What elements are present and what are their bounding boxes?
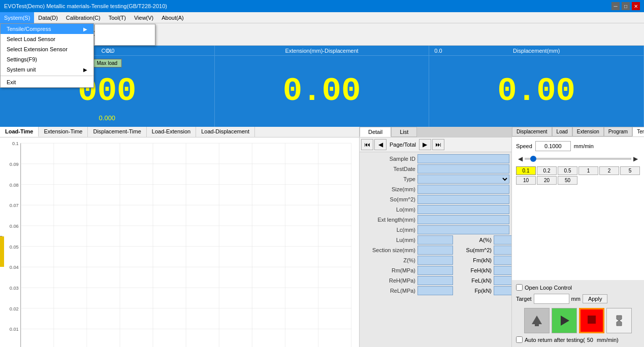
slider-container: ◀ ▶ bbox=[516, 155, 640, 162]
svg-text:0.1: 0.1 bbox=[12, 141, 19, 146]
action-wait[interactable] bbox=[606, 308, 632, 333]
speed-input[interactable] bbox=[535, 141, 571, 151]
slider-left-arrow[interactable]: ◀ bbox=[518, 155, 523, 162]
menu-system[interactable]: System(S) bbox=[0, 12, 34, 23]
display-values: 000 0.000 Max load 0.00 0.00 bbox=[0, 56, 644, 127]
input-lo[interactable] bbox=[417, 205, 509, 214]
maximize-button[interactable]: □ bbox=[622, 2, 630, 10]
input-z[interactable] bbox=[417, 256, 453, 265]
content-area: Load-Time Extension-Time Displacement-Ti… bbox=[0, 127, 644, 347]
label-ext-length: Ext length(mm) bbox=[362, 217, 417, 223]
speed-btn-20[interactable]: 20 bbox=[537, 176, 557, 185]
detail-first[interactable]: ⏮ bbox=[361, 139, 373, 150]
label-z: Z(%) bbox=[362, 257, 417, 263]
menu-about[interactable]: About(A) bbox=[157, 12, 187, 23]
menu-select-extension-sensor[interactable]: Select Extension Sensor bbox=[1, 44, 93, 54]
ext-value: 0.00 bbox=[283, 75, 361, 108]
speed-btn-0.1[interactable]: 0.1 bbox=[516, 166, 536, 175]
select-type[interactable] bbox=[417, 175, 509, 184]
submenu-compress[interactable]: ✓ Compress bbox=[95, 34, 155, 45]
action-play[interactable] bbox=[552, 308, 577, 333]
target-row: Target mm Apply bbox=[516, 294, 640, 304]
input-size[interactable] bbox=[417, 185, 509, 194]
input-lc[interactable] bbox=[417, 225, 509, 234]
auto-return-checkbox[interactable] bbox=[516, 336, 523, 343]
input-fel[interactable] bbox=[494, 276, 511, 285]
menu-settings[interactable]: Settings(F9) bbox=[1, 54, 93, 64]
menu-view[interactable]: View(V) bbox=[130, 12, 157, 23]
detail-prev[interactable]: ◀ bbox=[374, 139, 387, 150]
input-fm[interactable] bbox=[494, 256, 511, 265]
detail-toolbar: ⏮ ◀ Page/Total ▶ ⏭ bbox=[360, 137, 511, 152]
scroll-indicator bbox=[0, 236, 4, 267]
detail-next[interactable]: ▶ bbox=[419, 139, 431, 150]
minimize-button[interactable]: ─ bbox=[611, 2, 620, 10]
input-a[interactable] bbox=[494, 235, 511, 245]
menu-exit[interactable]: Exit bbox=[1, 77, 93, 87]
label-fp: Fp(kN) bbox=[453, 288, 494, 294]
input-testdate[interactable] bbox=[417, 164, 509, 174]
action-stop[interactable] bbox=[579, 308, 604, 333]
speed-btn-0.2[interactable]: 0.2 bbox=[537, 166, 557, 175]
input-sample-id[interactable] bbox=[417, 154, 509, 163]
svg-marker-57 bbox=[532, 316, 542, 324]
detail-last[interactable]: ⏭ bbox=[432, 139, 444, 150]
svg-text:0.01: 0.01 bbox=[10, 327, 19, 332]
svg-text:0.07: 0.07 bbox=[10, 203, 19, 208]
speed-btn-5[interactable]: 5 bbox=[620, 166, 640, 175]
tab-displacement[interactable]: Displacement bbox=[512, 127, 552, 136]
load-sub-value: 0.000 bbox=[99, 114, 116, 122]
input-so[interactable] bbox=[417, 195, 509, 204]
speed-slider[interactable] bbox=[525, 158, 631, 160]
label-section: Section size(mm) bbox=[362, 247, 417, 253]
input-ext-length[interactable] bbox=[417, 215, 509, 224]
tab-list[interactable]: List bbox=[391, 127, 417, 137]
tab-load-extension[interactable]: Load-Extension bbox=[147, 127, 196, 137]
speed-unit: mm/min bbox=[574, 143, 594, 149]
target-input[interactable] bbox=[534, 294, 569, 304]
speed-btn-10[interactable]: 10 bbox=[516, 176, 536, 185]
input-reh[interactable] bbox=[417, 276, 453, 285]
input-feh[interactable] bbox=[494, 266, 511, 275]
menu-system-unit[interactable]: System unit ▶ bbox=[1, 64, 93, 75]
tab-ten[interactable]: Ten◄► bbox=[632, 127, 644, 136]
open-loop-checkbox[interactable] bbox=[516, 284, 523, 291]
max-load-button[interactable]: Max load bbox=[92, 59, 122, 67]
dropdown-divider bbox=[1, 76, 93, 76]
tab-load-time[interactable]: Load-Time bbox=[0, 127, 39, 137]
input-section[interactable] bbox=[417, 246, 453, 255]
control-section: Open Loop Control Target mm Apply bbox=[512, 280, 644, 347]
menu-tool[interactable]: Tool(T) bbox=[105, 12, 130, 23]
menu-calibration[interactable]: Calibration(C) bbox=[62, 12, 105, 23]
tab-load-displacement[interactable]: Load-Displacement bbox=[196, 127, 255, 137]
submenu-tensile[interactable]: Tensile bbox=[95, 24, 155, 34]
menu-select-load-sensor[interactable]: Select Load Sensor bbox=[1, 34, 93, 44]
speed-btn-0.5[interactable]: 0.5 bbox=[558, 166, 577, 175]
field-row-size: Size(mm) bbox=[362, 185, 509, 194]
field-row-reh-fel: ReH(MPa) FeL(kN) bbox=[362, 276, 509, 285]
input-rm[interactable] bbox=[417, 266, 453, 275]
speed-btn-2[interactable]: 2 bbox=[599, 166, 619, 175]
apply-button[interactable]: Apply bbox=[583, 294, 608, 303]
action-up[interactable] bbox=[524, 308, 550, 333]
input-lu[interactable] bbox=[417, 235, 453, 245]
input-rel[interactable] bbox=[417, 286, 453, 295]
tab-extension[interactable]: Extension bbox=[572, 127, 604, 136]
slider-right-arrow[interactable]: ▶ bbox=[633, 155, 638, 162]
close-button[interactable]: ✕ bbox=[632, 2, 640, 10]
tab-displacement-time[interactable]: Displacement-Time bbox=[88, 127, 146, 137]
tab-extension-time[interactable]: Extension-Time bbox=[39, 127, 88, 137]
tensile-check bbox=[101, 26, 108, 32]
input-fp[interactable] bbox=[494, 286, 511, 295]
tensile-submenu: Tensile ✓ Compress bbox=[94, 24, 155, 46]
tab-load[interactable]: Load bbox=[552, 127, 572, 136]
label-so: So(mm^2) bbox=[362, 196, 417, 202]
menu-tensile-compress[interactable]: Tensile/Compress ▶ Tensile ✓ Compress bbox=[1, 24, 93, 34]
slider-thumb[interactable] bbox=[530, 156, 536, 162]
tab-program[interactable]: Program bbox=[604, 127, 632, 136]
input-su[interactable] bbox=[494, 246, 511, 255]
tab-detail[interactable]: Detail bbox=[360, 127, 391, 137]
menu-data[interactable]: Data(D) bbox=[34, 12, 62, 23]
speed-btn-50[interactable]: 50 bbox=[558, 176, 577, 185]
speed-btn-1[interactable]: 1 bbox=[578, 166, 598, 175]
